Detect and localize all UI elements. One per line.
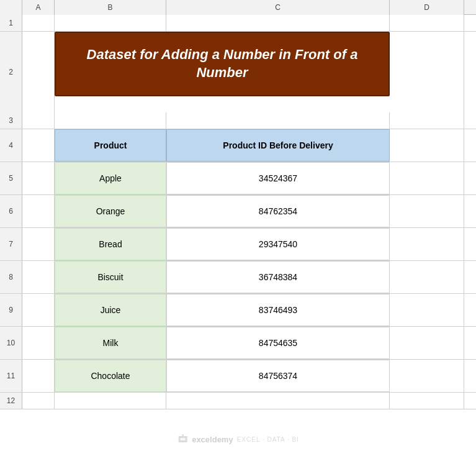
cell-1d xyxy=(390,15,464,31)
row-title: 2 Dataset for Adding a Number in Front o… xyxy=(0,32,476,112)
row-num-5: 5 xyxy=(0,162,22,194)
cell-9d xyxy=(390,294,464,326)
row-num-12: 12 xyxy=(0,393,22,409)
row-num-8: 8 xyxy=(0,261,22,293)
row-5: 5 Apple 34524367 xyxy=(0,162,476,195)
svg-point-2 xyxy=(182,434,184,436)
row-num-1: 1 xyxy=(0,15,22,31)
spreadsheet-title: Dataset for Adding a Number in Front of … xyxy=(66,46,379,81)
corner-cell xyxy=(0,0,22,15)
cell-6a xyxy=(22,195,55,227)
row-4-header: 4 Product Product ID Before Delivery xyxy=(0,129,476,162)
cell-3a xyxy=(22,112,55,129)
product-bread: Bread xyxy=(55,228,166,260)
row-num-3: 3 xyxy=(0,112,22,129)
svg-rect-1 xyxy=(180,438,185,440)
row-3: 3 xyxy=(0,112,476,129)
column-headers: A B C D xyxy=(0,0,476,15)
product-milk: Milk xyxy=(55,327,166,359)
id-bread: 29347540 xyxy=(166,228,390,260)
row-8: 8 Biscuit 36748384 xyxy=(0,261,476,294)
watermark-logo-icon xyxy=(177,434,188,445)
cell-3c xyxy=(166,112,390,129)
cell-5d xyxy=(390,162,464,194)
spreadsheet: A B C D 1 2 Dataset for Adding a Number … xyxy=(0,0,476,456)
product-juice: Juice xyxy=(55,294,166,326)
cell-4a xyxy=(22,129,55,162)
cell-11a xyxy=(22,360,55,392)
product-orange: Orange xyxy=(55,195,166,227)
col-header-a: A xyxy=(22,0,55,15)
cell-10a xyxy=(22,327,55,359)
row-9: 9 Juice 83746493 xyxy=(0,294,476,327)
id-juice: 83746493 xyxy=(166,294,390,326)
cell-8d xyxy=(390,261,464,293)
row-7: 7 Bread 29347540 xyxy=(0,228,476,261)
id-chocolate: 84756374 xyxy=(166,360,390,392)
row-num-7: 7 xyxy=(0,228,22,260)
id-apple: 34524367 xyxy=(166,162,390,194)
watermark-site: exceldemy xyxy=(192,435,233,444)
col-productid-header: Product ID Before Delivery xyxy=(166,129,390,162)
watermark-tagline: EXCEL · DATA · BI xyxy=(237,436,299,443)
row-11: 11 Chocolate 84756374 xyxy=(0,360,476,393)
cell-1c xyxy=(166,15,390,31)
cell-12d xyxy=(390,393,464,409)
row-10: 10 Milk 84754635 xyxy=(0,327,476,360)
cell-8a xyxy=(22,261,55,293)
row-num-2: 2 xyxy=(0,32,22,112)
cell-6d xyxy=(390,195,464,227)
product-apple: Apple xyxy=(55,162,166,194)
row-num-10: 10 xyxy=(0,327,22,359)
cell-4d xyxy=(390,129,464,162)
cell-5a xyxy=(22,162,55,194)
cell-3d xyxy=(390,112,464,129)
id-orange: 84762354 xyxy=(166,195,390,227)
cell-1a xyxy=(22,15,55,31)
cell-9a xyxy=(22,294,55,326)
id-milk: 84754635 xyxy=(166,327,390,359)
cell-12a xyxy=(22,393,55,409)
cell-3b xyxy=(55,112,166,129)
cell-1b xyxy=(55,15,166,31)
cell-10d xyxy=(390,327,464,359)
title-cell: Dataset for Adding a Number in Front of … xyxy=(55,32,390,96)
watermark: exceldemy EXCEL · DATA · BI xyxy=(177,434,299,445)
id-biscuit: 36748384 xyxy=(166,261,390,293)
cell-12c xyxy=(166,393,390,409)
cell-2a xyxy=(22,32,55,112)
row-num-9: 9 xyxy=(0,294,22,326)
row-num-11: 11 xyxy=(0,360,22,392)
col-header-b: B xyxy=(55,0,166,15)
col-header-c: C xyxy=(166,0,390,15)
row-1: 1 xyxy=(0,15,476,32)
cell-11d xyxy=(390,360,464,392)
row-6: 6 Orange 84762354 xyxy=(0,195,476,228)
cell-12b xyxy=(55,393,166,409)
cell-7d xyxy=(390,228,464,260)
col-product-header: Product xyxy=(55,129,166,162)
cell-7a xyxy=(22,228,55,260)
product-chocolate: Chocolate xyxy=(55,360,166,392)
grid: 1 2 Dataset for Adding a Number in Front… xyxy=(0,15,476,409)
row-num-6: 6 xyxy=(0,195,22,227)
col-header-d: D xyxy=(390,0,464,15)
cell-2d xyxy=(390,32,464,112)
row-num-4: 4 xyxy=(0,129,22,162)
row-12: 12 xyxy=(0,393,476,409)
product-biscuit: Biscuit xyxy=(55,261,166,293)
